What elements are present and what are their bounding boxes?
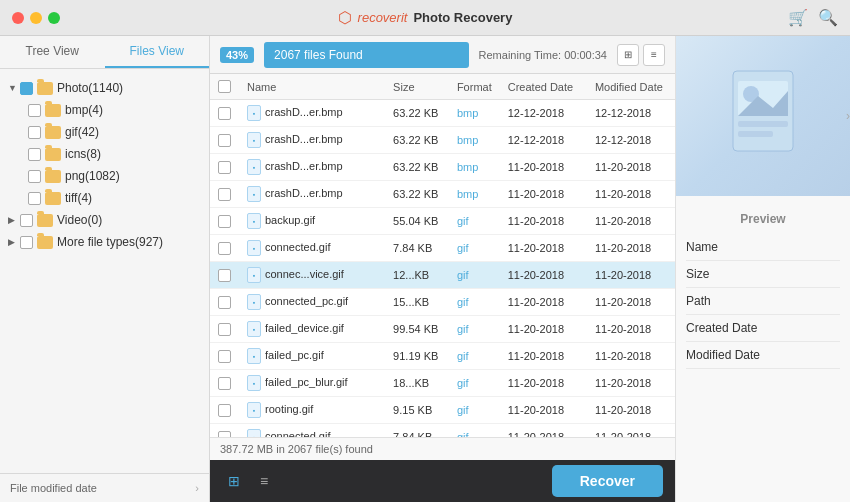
row-checkbox-0[interactable] [218, 107, 231, 120]
row-size: 63.22 KB [385, 100, 449, 127]
row-modified: 11-20-2018 [587, 289, 675, 316]
table-row[interactable]: ▪connected_pc.gif 15...KB gif 11-20-2018… [210, 289, 675, 316]
bottom-grid-view-button[interactable]: ⊞ [222, 469, 246, 493]
remaining-label: Remaining Time: [479, 49, 562, 61]
row-modified: 11-20-2018 [587, 262, 675, 289]
tree-item-icns[interactable]: icns(8) [20, 143, 209, 165]
bottom-list-view-button[interactable]: ≡ [252, 469, 276, 493]
select-all-checkbox[interactable] [218, 80, 231, 93]
tree-item-png[interactable]: png(1082) [20, 165, 209, 187]
preview-arrow-icon: › [846, 109, 850, 123]
row-checkbox-cell [210, 289, 239, 316]
row-name: ▪failed_pc.gif [239, 343, 385, 370]
row-checkbox-5[interactable] [218, 242, 231, 255]
row-format: bmp [449, 100, 500, 127]
tree-item-tiff[interactable]: tiff(4) [20, 187, 209, 209]
close-button[interactable] [12, 12, 24, 24]
tree-checkbox-png[interactable] [28, 170, 41, 183]
table-row[interactable]: ▪rooting.gif 9.15 KB gif 11-20-2018 11-2… [210, 397, 675, 424]
preview-info: Preview Name Size Path Created Date Modi… [676, 196, 850, 502]
tree-checkbox-gif[interactable] [28, 126, 41, 139]
row-name: ▪connected.gif [239, 235, 385, 262]
row-checkbox-cell [210, 127, 239, 154]
tab-files-view[interactable]: Files View [105, 36, 210, 68]
tree-item-gif[interactable]: gif(42) [20, 121, 209, 143]
row-checkbox-8[interactable] [218, 323, 231, 336]
table-row[interactable]: ▪crashD...er.bmp 63.22 KB bmp 11-20-2018… [210, 181, 675, 208]
content-topbar: 43% 2067 files Found Remaining Time: 00:… [210, 36, 675, 74]
row-checkbox-cell [210, 424, 239, 438]
row-checkbox-cell [210, 316, 239, 343]
row-created: 11-20-2018 [500, 316, 587, 343]
tree-label-bmp: bmp(4) [65, 103, 103, 117]
row-name: ▪rooting.gif [239, 397, 385, 424]
col-header-name: Name [239, 74, 385, 100]
tree-item-bmp[interactable]: bmp(4) [20, 99, 209, 121]
table-row[interactable]: ▪failed_device.gif 99.54 KB gif 11-20-20… [210, 316, 675, 343]
col-header-modified: Modified Date [587, 74, 675, 100]
content-area: 43% 2067 files Found Remaining Time: 00:… [210, 36, 675, 502]
table-row[interactable]: ▪backup.gif 55.04 KB gif 11-20-2018 11-2… [210, 208, 675, 235]
col-header-check [210, 74, 239, 100]
tree-checkbox-more[interactable] [20, 236, 33, 249]
row-format: gif [449, 208, 500, 235]
tree-checkbox-photo[interactable] [20, 82, 33, 95]
tree-checkbox-video[interactable] [20, 214, 33, 227]
tree-item-more[interactable]: ▶ More file types(927) [0, 231, 209, 253]
row-size: 18...KB [385, 370, 449, 397]
row-modified: 11-20-2018 [587, 208, 675, 235]
row-size: 9.15 KB [385, 397, 449, 424]
row-name: ▪backup.gif [239, 208, 385, 235]
row-format: bmp [449, 181, 500, 208]
folder-icon-more [37, 236, 53, 249]
cart-icon[interactable]: 🛒 [788, 8, 808, 27]
col-header-size: Size [385, 74, 449, 100]
row-checkbox-4[interactable] [218, 215, 231, 228]
files-found-label: 2067 files Found [274, 48, 363, 62]
row-checkbox-cell [210, 397, 239, 424]
view-grid-button[interactable]: ⊞ [617, 44, 639, 66]
row-checkbox-1[interactable] [218, 134, 231, 147]
table-row[interactable]: ▪connected.gif 7.84 KB gif 11-20-2018 11… [210, 235, 675, 262]
row-name: ▪crashD...er.bmp [239, 181, 385, 208]
view-list-button[interactable]: ≡ [643, 44, 665, 66]
row-checkbox-cell [210, 343, 239, 370]
table-row[interactable]: ▪connected.gif 7.84 KB gif 11-20-2018 11… [210, 424, 675, 438]
tree-label-gif: gif(42) [65, 125, 99, 139]
search-icon[interactable]: 🔍 [818, 8, 838, 27]
recover-button[interactable]: Recover [552, 465, 663, 497]
row-checkbox-9[interactable] [218, 350, 231, 363]
brand-name: recoverit [358, 10, 408, 25]
minimize-button[interactable] [30, 12, 42, 24]
file-icon: ▪ [247, 375, 261, 391]
tree-item-photo[interactable]: ▼ Photo(1140) [0, 77, 209, 99]
file-table-container[interactable]: Name Size Format Created Date Modified D… [210, 74, 675, 437]
table-row[interactable]: ▪failed_pc.gif 91.19 KB gif 11-20-2018 1… [210, 343, 675, 370]
table-row[interactable]: ▪failed_pc_blur.gif 18...KB gif 11-20-20… [210, 370, 675, 397]
maximize-button[interactable] [48, 12, 60, 24]
table-row[interactable]: ▪crashD...er.bmp 63.22 KB bmp 12-12-2018… [210, 127, 675, 154]
preview-field-name: Name [686, 234, 840, 261]
row-name: ▪connec...vice.gif [239, 262, 385, 289]
remaining-value: 00:00:34 [564, 49, 607, 61]
tree-item-video[interactable]: ▶ Video(0) [0, 209, 209, 231]
table-row[interactable]: ▪crashD...er.bmp 63.22 KB bmp 11-20-2018… [210, 154, 675, 181]
tree-checkbox-bmp[interactable] [28, 104, 41, 117]
row-created: 11-20-2018 [500, 343, 587, 370]
row-checkbox-2[interactable] [218, 161, 231, 174]
tab-tree-view[interactable]: Tree View [0, 36, 105, 68]
file-icon: ▪ [247, 105, 261, 121]
sidebar-tree: ▼ Photo(1140) bmp(4) gif(42) icns(8) [0, 69, 209, 473]
row-name: ▪failed_pc_blur.gif [239, 370, 385, 397]
tree-checkbox-tiff[interactable] [28, 192, 41, 205]
tree-checkbox-icns[interactable] [28, 148, 41, 161]
table-footer-text: 387.72 MB in 2067 file(s) found [220, 443, 373, 455]
table-row[interactable]: ▪connec...vice.gif 12...KB gif 11-20-201… [210, 262, 675, 289]
table-row[interactable]: ▪crashD...er.bmp 63.22 KB bmp 12-12-2018… [210, 100, 675, 127]
row-checkbox-10[interactable] [218, 377, 231, 390]
row-checkbox-7[interactable] [218, 296, 231, 309]
row-checkbox-6[interactable] [218, 269, 231, 282]
row-checkbox-11[interactable] [218, 404, 231, 417]
row-checkbox-cell [210, 262, 239, 289]
row-checkbox-3[interactable] [218, 188, 231, 201]
